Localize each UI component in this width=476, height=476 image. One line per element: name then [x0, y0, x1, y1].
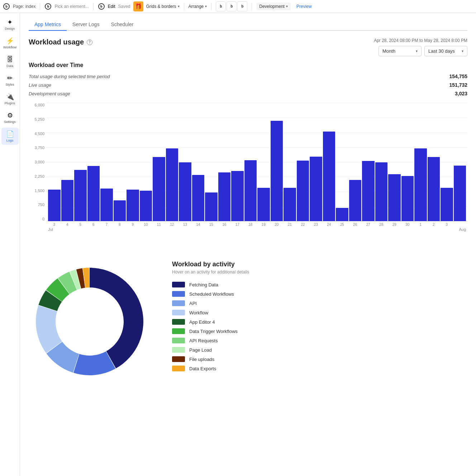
x-label-13: 16	[218, 223, 231, 227]
legend-item-datatrigger: Data Trigger Workflows	[172, 328, 467, 334]
legend-color-pageload	[172, 347, 185, 353]
topbar-icon-group: b b b	[216, 1, 247, 11]
sidebar-item-settings[interactable]: ⚙ Settings	[1, 109, 19, 126]
bar-21[interactable]	[323, 132, 335, 221]
app-logo[interactable]: b	[3, 3, 10, 10]
donut-chart	[29, 261, 151, 382]
activity-section: Workload by activity Hover on an activit…	[29, 253, 467, 390]
bar-15[interactable]	[244, 160, 257, 222]
sidebar-item-styles[interactable]: ✏ Styles	[1, 72, 19, 89]
sidebar-item-design[interactable]: ✦ Design	[1, 16, 19, 33]
x-label-16: 19	[257, 223, 270, 227]
x-section-labels: Jul Aug	[29, 227, 467, 232]
period-dropdown[interactable]: Last 30 days ▾	[424, 46, 467, 56]
header-row: Workload usage ? Apr 28, 2024 08:00 PM t…	[29, 38, 467, 56]
bar-25[interactable]	[375, 162, 388, 221]
topbar: b Page: index b Pick an element... b Edi…	[0, 0, 476, 13]
legend-item-fetching: Fetching Data	[172, 282, 467, 287]
tab-app-metrics[interactable]: App Metrics	[29, 19, 67, 31]
bar-17[interactable]	[271, 121, 283, 222]
bar-12[interactable]	[205, 192, 218, 221]
bar-6[interactable]	[127, 190, 139, 221]
edit-label: Edit	[108, 4, 115, 9]
topbar-sep-2	[93, 3, 94, 10]
x-label-aug: Aug	[459, 227, 466, 232]
legend-color-scheduled	[172, 291, 185, 297]
bar-3[interactable]	[87, 166, 100, 221]
legend-color-api	[172, 300, 185, 306]
gift-icon[interactable]: 🎁	[133, 1, 143, 11]
date-range-text: Apr 28, 2024 08:00 PM to May 28, 2024 8:…	[374, 38, 467, 43]
bar-24[interactable]	[362, 161, 375, 221]
sidebar-item-logs[interactable]: 📄 Logs	[1, 128, 19, 145]
workflow-label: Workflow	[3, 46, 16, 49]
dev-button[interactable]: Development ▾	[256, 3, 291, 10]
month-dropdown[interactable]: Month ▾	[379, 46, 422, 56]
activity-title: Workload by activity	[172, 261, 467, 268]
x-label-6: 9	[127, 223, 139, 227]
x-label-19: 22	[297, 223, 309, 227]
page-title: Workload usage ?	[29, 38, 92, 46]
bar-1[interactable]	[61, 180, 74, 222]
arrange-chevron: ▾	[205, 4, 207, 8]
x-label-7: 10	[140, 223, 152, 227]
bar-14[interactable]	[231, 171, 244, 221]
saved-label: Saved	[118, 4, 130, 9]
grids-button[interactable]: Grids & borders ▾	[146, 4, 180, 9]
main-content: App Metrics Server Logs Scheduler Worklo…	[20, 13, 476, 476]
settings-label: Settings	[4, 120, 16, 124]
x-label-12: 15	[205, 223, 218, 227]
topbar-logo-2: b	[44, 3, 52, 10]
legend-color-fileuploads	[172, 356, 185, 362]
bar-23[interactable]	[349, 180, 362, 222]
bar-13[interactable]	[218, 172, 231, 221]
x-label-27: 30	[401, 223, 414, 227]
tab-server-logs[interactable]: Server Logs	[67, 19, 105, 31]
legend-color-workflow	[172, 310, 185, 315]
bar-10[interactable]	[179, 162, 191, 221]
sidebar-item-plugins[interactable]: 🔌 Plugins	[1, 90, 19, 108]
workflow-icon: ⚡	[6, 37, 14, 45]
bar-19[interactable]	[297, 161, 309, 221]
topbar-icon-2[interactable]: b	[227, 1, 237, 11]
element-picker[interactable]: Pick an element...	[54, 4, 89, 9]
logo-circle-3: b	[98, 3, 105, 10]
topbar-icon-3[interactable]: b	[237, 1, 247, 11]
help-icon[interactable]: ?	[87, 39, 92, 45]
sidebar-item-data[interactable]: 🗄 Data	[1, 53, 19, 70]
preview-button[interactable]: Preview	[296, 4, 312, 9]
arrange-button[interactable]: Arrange ▾	[189, 4, 207, 9]
bar-27[interactable]	[401, 176, 414, 221]
topbar-sep-4	[211, 3, 211, 10]
bar-8[interactable]	[153, 157, 165, 221]
bar-4[interactable]	[100, 189, 113, 221]
bar-29[interactable]	[428, 157, 440, 221]
bar-26[interactable]	[388, 174, 401, 221]
bar-2[interactable]	[74, 170, 87, 221]
bar-18[interactable]	[284, 188, 296, 222]
stat-live-value: 151,732	[449, 82, 467, 88]
plugins-label: Plugins	[5, 101, 15, 105]
topbar-icon-1[interactable]: b	[216, 1, 226, 11]
tab-scheduler[interactable]: Scheduler	[105, 19, 139, 31]
x-label-20: 23	[310, 223, 322, 227]
topbar-sep-3	[184, 3, 184, 10]
bar-11[interactable]	[192, 175, 205, 221]
legend-item-api: API	[172, 300, 467, 306]
bar-20[interactable]	[310, 157, 322, 221]
bar-7[interactable]	[140, 191, 152, 221]
legend-label-pageload: Page Load	[189, 347, 212, 353]
sidebar-item-workflow[interactable]: ⚡ Workflow	[1, 34, 19, 52]
bar-16[interactable]	[257, 188, 270, 222]
bar-28[interactable]	[414, 148, 427, 222]
legend-label-apirequests: API Requests	[189, 338, 218, 343]
stat-total-label: Total usage during selected time period	[29, 74, 110, 79]
bar-0[interactable]	[48, 190, 61, 221]
donut-svg	[29, 261, 151, 382]
bar-9[interactable]	[166, 148, 178, 222]
bar-31[interactable]	[454, 166, 466, 221]
bar-5[interactable]	[114, 200, 126, 221]
settings-icon: ⚙	[7, 111, 13, 119]
bar-22[interactable]	[336, 208, 348, 221]
bar-30[interactable]	[441, 188, 453, 222]
